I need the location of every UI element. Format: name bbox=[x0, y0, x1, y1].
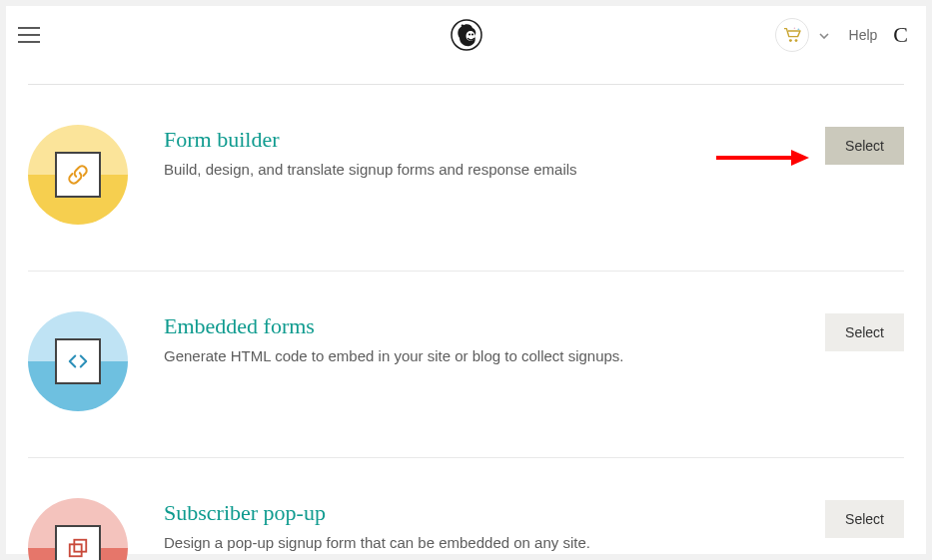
cart-icon[interactable] bbox=[775, 18, 809, 52]
svg-rect-8 bbox=[70, 544, 82, 556]
menu-icon[interactable] bbox=[18, 21, 46, 49]
option-form-builder: Form builder Build, design, and translat… bbox=[28, 85, 904, 272]
subscriber-popup-icon bbox=[28, 498, 128, 560]
option-title: Form builder bbox=[164, 127, 789, 153]
select-button-subscriber-popup[interactable]: Select bbox=[825, 500, 904, 538]
svg-point-5 bbox=[794, 39, 797, 42]
form-options-list: Form builder Build, design, and translat… bbox=[6, 85, 926, 560]
select-button-form-builder[interactable]: Select bbox=[825, 127, 904, 165]
help-link[interactable]: Help bbox=[849, 27, 878, 43]
option-embedded-forms: Embedded forms Generate HTML code to emb… bbox=[28, 272, 904, 458]
topbar-right: Help C bbox=[775, 18, 908, 52]
account-initial[interactable]: C bbox=[893, 22, 908, 48]
option-description: Design a pop-up signup form that can be … bbox=[164, 532, 789, 553]
svg-point-7 bbox=[793, 27, 795, 29]
svg-point-4 bbox=[788, 39, 791, 42]
select-button-embedded-forms[interactable]: Select bbox=[825, 313, 904, 351]
form-builder-icon bbox=[28, 125, 128, 225]
option-body: Form builder Build, design, and translat… bbox=[164, 125, 789, 180]
mailchimp-logo-icon[interactable] bbox=[451, 19, 482, 51]
option-body: Subscriber pop-up Design a pop-up signup… bbox=[164, 498, 789, 553]
topbar: Help C bbox=[6, 6, 926, 64]
option-title: Embedded forms bbox=[164, 313, 789, 339]
option-subscriber-popup: Subscriber pop-up Design a pop-up signup… bbox=[28, 458, 904, 560]
svg-point-2 bbox=[467, 33, 469, 35]
svg-point-3 bbox=[470, 33, 472, 35]
embedded-forms-icon bbox=[28, 311, 128, 411]
chevron-down-icon[interactable] bbox=[819, 29, 829, 41]
svg-point-6 bbox=[797, 28, 799, 30]
svg-rect-9 bbox=[74, 540, 86, 552]
app-frame: Help C Form builder Build, design, and t… bbox=[6, 6, 926, 554]
option-description: Generate HTML code to embed in your site… bbox=[164, 345, 789, 366]
option-body: Embedded forms Generate HTML code to emb… bbox=[164, 311, 789, 366]
option-description: Build, design, and translate signup form… bbox=[164, 159, 789, 180]
option-title: Subscriber pop-up bbox=[164, 500, 789, 526]
